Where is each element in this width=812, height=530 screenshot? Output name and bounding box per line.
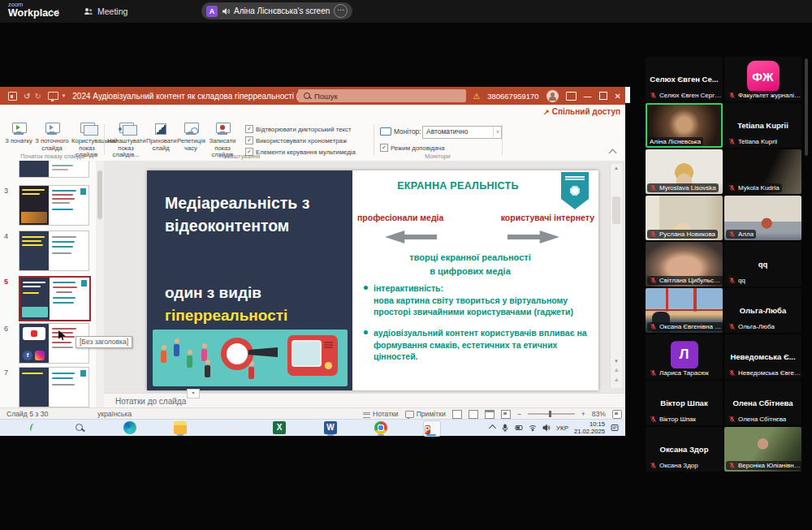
checkbox-presenter-view[interactable]: ✓Режим доповідача xyxy=(380,144,445,152)
slide-thumbnail-5-selected[interactable] xyxy=(19,276,91,321)
slide-sorter-view-button[interactable] xyxy=(469,410,478,419)
slide-thumbnail-7[interactable] xyxy=(19,367,89,407)
from-beginning-button[interactable]: З початку xyxy=(5,123,32,145)
slide-canvas: Медіареальність звідеоконтентом один з в… xyxy=(147,170,598,390)
slide-creators-text: творці екранної реальностів цифрових мед… xyxy=(352,251,588,278)
close-button[interactable]: ✕ xyxy=(615,92,621,101)
clock[interactable]: 10:15 21.02.2025 xyxy=(574,420,605,436)
excel-icon[interactable]: X xyxy=(273,421,286,434)
participants-scrollbar[interactable] xyxy=(805,58,808,156)
ribbon-display-options-icon[interactable] xyxy=(566,92,577,101)
participant-tile[interactable]: Руслана Новикова xyxy=(646,196,723,240)
edge-icon[interactable] xyxy=(123,421,136,434)
muted-mic-icon xyxy=(650,416,657,423)
participant-name-label: Аліна Лісневська xyxy=(650,138,701,145)
reading-view-button[interactable] xyxy=(485,410,495,419)
participant-tile[interactable]: Вероніка Юліанівна ... xyxy=(724,427,801,472)
participant-tile[interactable]: Myroslava Lisovska xyxy=(646,149,723,194)
tab-meeting[interactable]: Meeting xyxy=(84,0,127,23)
language-switcher[interactable]: УКР xyxy=(556,424,568,432)
collapse-ribbon-icon[interactable] xyxy=(609,149,617,157)
participant-tile[interactable]: Неведомська Є... Неведомська Євгені... xyxy=(724,334,801,379)
warning-icon[interactable]: ⚠ xyxy=(473,92,480,101)
notes-splitter[interactable]: ▾ xyxy=(187,389,200,399)
slide-scrollbar[interactable]: ▲ ▼ ≙ ≚ xyxy=(610,164,622,388)
checkbox-use-timings[interactable]: ✓Використовувати хронометраж xyxy=(245,136,347,144)
participant-tile[interactable]: qq qq xyxy=(724,242,801,287)
participant-name-label: Алла xyxy=(738,231,754,238)
notes-toggle[interactable]: Нотатки xyxy=(363,410,399,418)
zoom-slider[interactable] xyxy=(528,413,575,415)
account-avatar[interactable] xyxy=(546,90,559,102)
role-media-professionals: професіонали медіа xyxy=(357,213,443,222)
system-tray: УКР 10:15 21.02.2025 xyxy=(490,420,619,436)
monitor-dropdown[interactable]: Автоматично xyxy=(422,126,502,139)
zoom-percentage[interactable]: 83% xyxy=(592,410,606,418)
slideshow-view-button[interactable] xyxy=(501,410,511,419)
thumbnail-scrollbar[interactable] xyxy=(96,161,104,407)
screen-share-indicator[interactable]: А Аліна Ліснєвська's screen ⋯ xyxy=(201,2,352,19)
muted-mic-icon xyxy=(650,184,657,192)
comments-toggle[interactable]: Примітки xyxy=(405,410,446,418)
slide-thumbnail-3[interactable] xyxy=(19,185,89,226)
undo-icon[interactable]: ↺ xyxy=(24,92,30,101)
restore-button[interactable] xyxy=(599,92,607,100)
participant-tile[interactable]: Оксана Здор Оксана Здор xyxy=(646,427,723,472)
slide-thumbnail-2[interactable] xyxy=(19,161,89,178)
participant-tile[interactable]: ФЖ Факультет журналіст... xyxy=(724,57,801,101)
next-slide-button[interactable]: ≚ xyxy=(611,377,622,383)
meeting-tab-label: Meeting xyxy=(97,6,127,16)
participant-tile[interactable]: Олена Сбітнева Олена Сбітнєва xyxy=(724,381,801,425)
minimize-button[interactable]: — xyxy=(584,92,592,101)
normal-view-button[interactable] xyxy=(452,410,462,419)
slideshow-icon[interactable] xyxy=(48,92,58,100)
muted-mic-icon xyxy=(728,92,736,99)
checkbox-play-narrations[interactable]: ✓Відтворювати дикторський текст xyxy=(245,125,352,133)
chrome-icon[interactable] xyxy=(374,421,387,434)
from-current-slide-button[interactable]: З поточного слайда xyxy=(34,123,70,152)
previous-slide-button[interactable]: ≙ xyxy=(611,368,622,373)
powerpoint-titlebar: ↺ ↻ ▾ 2024 Аудіовізуальний контент як ск… xyxy=(0,87,625,105)
notes-pane[interactable]: ▾ Нотатки до слайда xyxy=(104,393,625,408)
participant-tile[interactable]: Ольга-Люба Ольга-Люба xyxy=(724,288,801,333)
zoom-out-button[interactable]: − xyxy=(517,410,521,418)
participant-tile[interactable]: Алла xyxy=(724,196,801,240)
slide-heading: ЕКРАННА РЕАЛЬНІСТЬ xyxy=(352,180,564,192)
qat-customize-icon[interactable]: ▾ xyxy=(63,93,66,99)
participant-name-label: Лариса Тарасюк xyxy=(659,369,709,377)
powerpoint-taskbar-icon[interactable]: P xyxy=(425,425,430,434)
monitor-icon xyxy=(380,127,391,136)
fit-to-window-button[interactable] xyxy=(612,410,622,419)
word-icon[interactable]: W xyxy=(324,421,337,434)
bullet-item: аудіовізуальний контент користувачів впл… xyxy=(364,327,593,363)
share-button[interactable]: ↗ Спільний доступ xyxy=(543,107,620,116)
participant-tile[interactable]: Віктор Шпак Віктор Шпак xyxy=(646,381,723,425)
file-explorer-icon[interactable] xyxy=(174,421,187,434)
monitor-row: Монітор: xyxy=(380,127,421,136)
pen-device-icon[interactable] xyxy=(515,424,523,432)
hide-slide-button[interactable]: Приховати слайд xyxy=(146,123,175,152)
language-indicator[interactable]: українська xyxy=(97,410,132,418)
participant-tile[interactable]: Селюх Євген Се... Селюх Євген Сергій... xyxy=(646,57,723,101)
microphone-icon[interactable] xyxy=(501,424,509,432)
setup-show-icon xyxy=(116,123,136,136)
zoom-in-button[interactable]: + xyxy=(581,410,585,418)
wifi-icon[interactable] xyxy=(529,424,537,432)
redo-icon[interactable]: ↻ xyxy=(34,92,41,101)
participant-tile[interactable]: Tetiana Kuprii Tetiana Kuprii xyxy=(724,103,801,148)
search-box[interactable]: Пошук xyxy=(298,89,466,102)
rehearse-timings-button[interactable]: Репетиція часу xyxy=(177,123,205,152)
save-icon[interactable] xyxy=(8,92,17,101)
participant-tile[interactable]: Світлана Цибульська xyxy=(646,242,723,287)
slide-thumbnail-4[interactable] xyxy=(19,231,89,271)
participant-tile-active-speaker[interactable]: Аліна Лісневська xyxy=(646,103,723,148)
more-options-icon[interactable]: ⋯ xyxy=(334,4,348,18)
participant-tile[interactable]: Mykola Kudria xyxy=(724,149,801,194)
volume-icon[interactable] xyxy=(542,424,551,432)
participant-tile[interactable]: Л Лариса Тарасюк xyxy=(646,334,723,379)
tray-expand-icon[interactable] xyxy=(489,424,496,432)
slide-illustration xyxy=(153,330,348,386)
participant-tile[interactable]: Оксана Євгенівна М... xyxy=(646,288,723,333)
notification-center-icon[interactable] xyxy=(611,424,619,432)
taskbar-search-icon[interactable] xyxy=(73,421,86,434)
